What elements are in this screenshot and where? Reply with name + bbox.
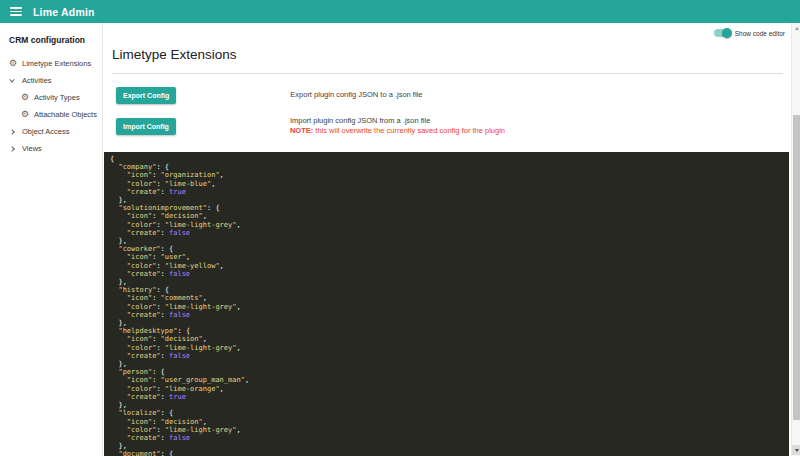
gear-icon: ⚙ xyxy=(21,93,34,102)
code-line: "helpdesktype": { xyxy=(110,327,789,335)
export-config-button[interactable]: Export Config xyxy=(116,87,176,104)
code-editor-toggle-row: Show code editor xyxy=(714,29,785,37)
top-bar: Lime Admin xyxy=(0,0,800,23)
code-line: }, xyxy=(110,360,789,368)
code-line: "color": "lime-blue", xyxy=(110,180,789,188)
sidebar-nav: ⚙Limetype ExtensionsActivities⚙Activity … xyxy=(0,55,102,157)
code-line: "coworker": { xyxy=(110,245,789,253)
show-code-editor-toggle[interactable] xyxy=(714,29,731,37)
sidebar-item-limetype-extensions[interactable]: ⚙Limetype Extensions xyxy=(0,55,102,72)
gear-icon: ⚙ xyxy=(9,59,22,68)
code-line: "icon": "user", xyxy=(110,253,789,261)
code-line: "color": "lime-light-grey", xyxy=(110,426,789,434)
code-line: "color": "lime-yellow", xyxy=(110,262,789,270)
import-config-button[interactable]: Import Config xyxy=(116,118,176,135)
import-description-text: Import plugin config JSON from a .json f… xyxy=(290,116,505,126)
sidebar-item-views[interactable]: Views xyxy=(0,140,102,157)
sidebar-heading: CRM configuration xyxy=(0,23,102,55)
sidebar-item-object-access[interactable]: Object Access xyxy=(0,123,102,140)
code-line: }, xyxy=(110,319,789,327)
code-line: "icon": "decision", xyxy=(110,212,789,220)
app-window: Lime Admin CRM configuration ⚙Limetype E… xyxy=(0,0,800,456)
import-description: Import plugin config JSON from a .json f… xyxy=(290,116,505,136)
scrollbar-thumb[interactable] xyxy=(793,115,800,420)
import-row: Import Config Import plugin config JSON … xyxy=(116,116,791,136)
scrollbar-up-arrow-icon[interactable] xyxy=(793,24,800,32)
chevron-down-icon xyxy=(9,79,22,83)
import-note: NOTE: this will overwrite the currently … xyxy=(290,126,505,136)
gear-icon: ⚙ xyxy=(21,110,34,119)
code-line: }, xyxy=(110,196,789,204)
code-line: "create": false xyxy=(110,229,789,237)
code-line: "create": false xyxy=(110,352,789,360)
code-line: "icon": "comments", xyxy=(110,294,789,302)
main-content: Show code editor Limetype Extensions Exp… xyxy=(104,23,791,456)
code-line: "create": false xyxy=(110,434,789,442)
code-line: "color": "lime-light-grey", xyxy=(110,344,789,352)
code-line: "color": "lime-light-grey", xyxy=(110,303,789,311)
code-line: }, xyxy=(110,442,789,450)
chevron-right-icon xyxy=(9,130,22,134)
vertical-scrollbar[interactable] xyxy=(791,23,800,456)
code-line: "icon": "organization", xyxy=(110,171,789,179)
sidebar-item-label: Limetype Extensions xyxy=(22,59,91,68)
code-line: "create": true xyxy=(110,393,789,401)
sidebar-item-label: Views xyxy=(22,144,42,153)
page-title: Limetype Extensions xyxy=(112,47,791,62)
sidebar-item-label: Object Access xyxy=(22,127,70,136)
code-line: "icon": "user_group_man_man", xyxy=(110,376,789,384)
app-title: Lime Admin xyxy=(33,6,95,18)
sidebar: CRM configuration ⚙Limetype ExtensionsAc… xyxy=(0,23,103,456)
code-line: "color": "lime-orange", xyxy=(110,385,789,393)
code-line: "create": false xyxy=(110,270,789,278)
export-row: Export Config Export plugin config JSON … xyxy=(116,87,791,104)
sidebar-item-attachable-objects[interactable]: ⚙Attachable Objects xyxy=(0,106,102,123)
code-line: "create": false xyxy=(110,311,789,319)
code-line: "icon": "decision", xyxy=(110,335,789,343)
code-line: "create": true xyxy=(110,188,789,196)
import-note-text: this will overwrite the currently saved … xyxy=(313,126,505,135)
code-line: "document": { xyxy=(110,450,789,456)
sidebar-item-label: Activities xyxy=(22,76,52,85)
scrollbar-down-arrow-icon[interactable] xyxy=(792,445,800,455)
code-line: "history": { xyxy=(110,286,789,294)
chevron-right-icon xyxy=(9,147,22,151)
import-note-label: NOTE: xyxy=(290,126,313,135)
toggle-label: Show code editor xyxy=(735,30,785,37)
title-divider xyxy=(112,73,783,74)
code-editor[interactable]: { "company": { "icon": "organization", "… xyxy=(104,152,789,456)
toggle-knob xyxy=(722,28,732,38)
code-line: "solutionimprovement": { xyxy=(110,204,789,212)
sidebar-item-label: Activity Types xyxy=(34,93,80,102)
code-line: "person": { xyxy=(110,368,789,376)
sidebar-item-activities[interactable]: Activities xyxy=(0,72,102,89)
code-line: "localize": { xyxy=(110,409,789,417)
code-line: "icon": "decision", xyxy=(110,418,789,426)
code-line: }, xyxy=(110,278,789,286)
sidebar-item-activity-types[interactable]: ⚙Activity Types xyxy=(0,89,102,106)
code-line: { xyxy=(110,155,789,163)
code-line: "company": { xyxy=(110,163,789,171)
code-line: "color": "lime-light-grey", xyxy=(110,221,789,229)
export-description: Export plugin config JSON to a .json fil… xyxy=(290,90,422,100)
code-line: }, xyxy=(110,237,789,245)
menu-icon[interactable] xyxy=(10,7,22,16)
sidebar-item-label: Attachable Objects xyxy=(34,110,97,119)
code-line: }, xyxy=(110,401,789,409)
